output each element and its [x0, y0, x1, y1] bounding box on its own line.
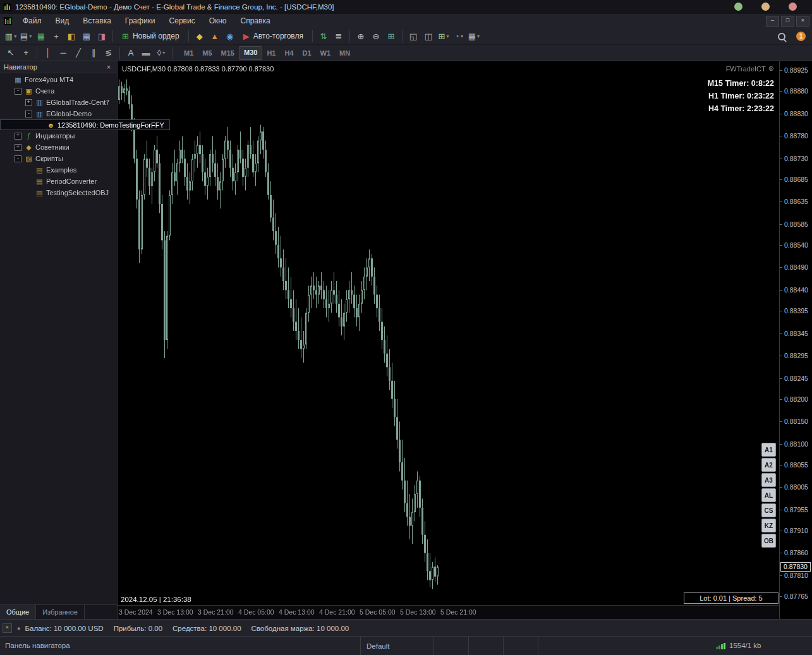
- timeframe-w1[interactable]: W1: [316, 47, 336, 59]
- indicator-list-icon[interactable]: ≣: [331, 29, 346, 43]
- zoom-in-icon[interactable]: ⊕: [353, 29, 368, 43]
- close-circle-button[interactable]: [789, 3, 797, 11]
- new-order-button-glyph: ⊞: [122, 32, 129, 40]
- maximize-circle-button[interactable]: [761, 3, 770, 11]
- menu-item-1[interactable]: Вид: [49, 15, 76, 27]
- timeframe-d1[interactable]: D1: [298, 47, 316, 59]
- market-watch-icon[interactable]: ▦: [33, 29, 49, 43]
- terminal-toggle-icon[interactable]: ▦: [79, 29, 94, 43]
- trendline-icon[interactable]: ╱: [71, 46, 86, 60]
- indicators-toolbar-icon[interactable]: ⇅: [316, 29, 331, 43]
- data-window-icon[interactable]: +: [49, 29, 64, 43]
- timeframe-m5[interactable]: M5: [198, 47, 216, 59]
- grid-icon[interactable]: ▦▾: [466, 29, 482, 43]
- tree-item[interactable]: ▤PeriodConverter: [0, 176, 202, 187]
- collapse-icon[interactable]: -: [15, 88, 21, 95]
- dropdown-caret-icon[interactable]: ▾: [461, 33, 463, 39]
- text-icon[interactable]: A: [123, 46, 138, 60]
- mdi-restore-button[interactable]: □: [781, 16, 794, 27]
- menu-item-0[interactable]: Файл: [16, 15, 49, 27]
- profile-segment[interactable]: Default: [360, 637, 433, 655]
- web-icon[interactable]: ◉: [222, 29, 238, 43]
- chart-button-a2[interactable]: A2: [761, 458, 776, 472]
- tile-windows-icon[interactable]: ⊞: [384, 29, 399, 43]
- dropdown-caret-icon[interactable]: ▾: [14, 33, 16, 39]
- channel-icon[interactable]: ∥: [86, 46, 101, 60]
- dropdown-caret-icon[interactable]: ▾: [446, 33, 449, 39]
- expand-icon[interactable]: +: [15, 144, 21, 151]
- tree-item[interactable]: +▥EGlobalTrade-Cent7: [0, 97, 202, 108]
- metaeditor-icon[interactable]: ◆: [192, 29, 207, 43]
- auto-trading-button[interactable]: ▶Авто-торговля: [238, 29, 309, 43]
- timeframe-m1[interactable]: M1: [179, 47, 198, 59]
- indicator-close-icon[interactable]: ⊗: [768, 64, 774, 73]
- dropdown-caret-icon[interactable]: ▾: [29, 33, 32, 39]
- tree-item[interactable]: ▤Examples: [0, 164, 202, 176]
- timeframe-h1[interactable]: H1: [262, 47, 280, 59]
- new-order-button[interactable]: ⊞Новый ордер: [116, 29, 185, 43]
- tree-item[interactable]: -▨Скрипты: [0, 153, 202, 164]
- cursor-icon[interactable]: ↖: [3, 46, 18, 60]
- menu-item-5[interactable]: Окно: [202, 15, 234, 27]
- search-icon[interactable]: [778, 33, 785, 40]
- candlestick-canvas[interactable]: [118, 61, 779, 605]
- time-axis[interactable]: 3 Dec 20243 Dec 13:003 Dec 21:004 Dec 05…: [118, 605, 779, 620]
- chart-button-a1[interactable]: A1: [761, 443, 776, 457]
- menu-item-2[interactable]: Вставка: [76, 15, 118, 27]
- chart-plot[interactable]: USDCHF,M30 0.87808 0.87833 0.87790 0.878…: [118, 61, 779, 605]
- chart-profiles-icon[interactable]: ▤▾: [18, 29, 33, 43]
- expand-icon[interactable]: +: [15, 133, 21, 140]
- panel-close-icon[interactable]: ×: [3, 623, 12, 633]
- collapse-icon[interactable]: -: [15, 155, 21, 162]
- grid-icon-glyph: ▦: [468, 32, 476, 40]
- fibonacci-icon[interactable]: ≶: [101, 46, 116, 60]
- horizontal-line-icon[interactable]: ─: [56, 46, 71, 60]
- tab-common[interactable]: Общие: [0, 605, 36, 619]
- dropdown-caret-icon[interactable]: ▾: [477, 33, 480, 39]
- timeframe-h4[interactable]: H4: [280, 47, 298, 59]
- mdi-minimize-button[interactable]: –: [766, 16, 779, 27]
- timeframe-m15[interactable]: M15: [217, 47, 239, 59]
- navigator-close-icon[interactable]: ×: [104, 63, 113, 71]
- tab-favorites[interactable]: Избранное: [36, 605, 85, 619]
- chart-button-cs[interactable]: CS: [761, 503, 776, 517]
- price-scale[interactable]: 0.889250.888800.888300.887800.887300.886…: [779, 61, 812, 619]
- new-window-icon[interactable]: ⊞▾: [436, 29, 451, 43]
- crosshair-icon[interactable]: +: [18, 46, 33, 60]
- expand-icon[interactable]: +: [25, 99, 32, 106]
- navigator-toggle-icon[interactable]: ◧: [64, 29, 79, 43]
- tree-item[interactable]: -▥EGlobal-Demo: [0, 108, 202, 119]
- tree-item[interactable]: -▣Счета: [0, 85, 202, 97]
- collapse-icon[interactable]: -: [25, 111, 32, 117]
- minimize-circle-button[interactable]: [734, 3, 742, 11]
- new-chart-icon[interactable]: ▥▾: [3, 29, 18, 43]
- shapes-icon[interactable]: ◊▾: [154, 46, 169, 60]
- chart-button-kz[interactable]: KZ: [761, 519, 776, 532]
- notification-badge[interactable]: 1: [796, 32, 806, 41]
- menu-item-6[interactable]: Справка: [234, 15, 277, 27]
- tree-item[interactable]: ☻1235810490: DemoTestingForFFY: [0, 119, 170, 130]
- cascade-icon[interactable]: ◱: [406, 29, 421, 43]
- dropdown-caret-icon[interactable]: ▾: [162, 50, 165, 56]
- timeframe-mn[interactable]: MN: [335, 47, 354, 59]
- new-chart-icon-glyph: ▥: [5, 32, 13, 40]
- menu-item-4[interactable]: Сервис: [162, 15, 202, 27]
- tree-item[interactable]: +◆Советники: [0, 141, 202, 153]
- auto-trading-button-label: Авто-торговля: [253, 32, 303, 40]
- tile-horizontal-icon[interactable]: ◫: [421, 29, 436, 43]
- tree-item[interactable]: +ƒИндикаторы: [0, 130, 202, 141]
- timeframe-m30[interactable]: M30: [239, 46, 262, 60]
- chart-button-al[interactable]: AL: [761, 488, 776, 502]
- time-icon[interactable]: ◔▾: [451, 29, 466, 43]
- strategy-tester-icon[interactable]: ◨: [94, 29, 109, 43]
- arrows-icon[interactable]: ▬: [138, 46, 154, 60]
- chart-button-ob[interactable]: OB: [761, 534, 776, 548]
- menu-item-3[interactable]: Графики: [118, 15, 162, 27]
- tree-item[interactable]: ▤TestingSelectedOBJ: [0, 187, 202, 198]
- mdi-close-button[interactable]: ×: [796, 16, 809, 27]
- vertical-line-icon[interactable]: │: [40, 46, 56, 60]
- chart-button-a3[interactable]: A3: [761, 473, 776, 487]
- zoom-out-icon[interactable]: ⊖: [368, 29, 384, 43]
- tree-item[interactable]: ▦Forex4you MT4: [0, 74, 202, 85]
- experts-icon[interactable]: ▲: [207, 29, 222, 43]
